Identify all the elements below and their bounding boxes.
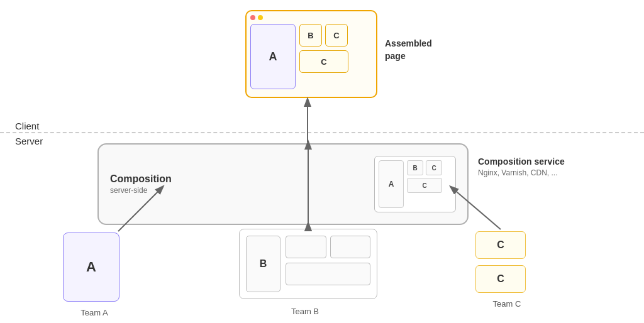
team-c-box-2: C bbox=[475, 265, 526, 293]
assembled-page-box: A B C C bbox=[245, 10, 377, 98]
assembled-box-c1: C bbox=[325, 24, 348, 47]
diagram-container: Client Server A B C C Assembled page Com… bbox=[0, 0, 644, 323]
composition-mini-preview: A B C C bbox=[374, 156, 456, 212]
assembled-inner: A B C C bbox=[250, 24, 372, 89]
assembled-right: B C C bbox=[299, 24, 372, 89]
comp-tiny-c1: C bbox=[426, 160, 442, 175]
team-b-right bbox=[286, 236, 370, 292]
comp-mini-right: B C C bbox=[407, 160, 452, 208]
dot-red bbox=[250, 15, 255, 20]
dot-yellow bbox=[258, 15, 263, 20]
assembled-box-c2: C bbox=[299, 50, 348, 73]
window-dots bbox=[250, 15, 372, 20]
composition-subtitle: server-side bbox=[110, 186, 172, 195]
composition-text-block: Composition server-side bbox=[110, 173, 172, 195]
label-server: Server bbox=[15, 136, 43, 146]
assembled-box-b: B bbox=[299, 24, 322, 47]
divider-line bbox=[0, 132, 644, 133]
comp-mini-right-top: B C bbox=[407, 160, 452, 175]
comp-tiny-c2: C bbox=[407, 178, 442, 193]
label-client: Client bbox=[15, 121, 39, 131]
team-b-wide-box bbox=[286, 263, 370, 285]
team-b-letter: B bbox=[246, 236, 280, 292]
team-a-box: A bbox=[63, 233, 119, 302]
comp-mini-a: A bbox=[379, 160, 404, 208]
team-b-small-box-2 bbox=[330, 236, 371, 258]
label-composition-service-sub: Nginx, Varnish, CDN, ... bbox=[478, 168, 557, 177]
assembled-box-a: A bbox=[250, 24, 296, 89]
composition-title: Composition bbox=[110, 173, 172, 185]
label-team-b: Team B bbox=[286, 307, 324, 316]
label-assembled-page: Assembled page bbox=[385, 38, 432, 62]
team-b-top-right bbox=[286, 236, 370, 258]
team-c-box-1: C bbox=[475, 231, 526, 259]
assembled-right-top: B C bbox=[299, 24, 372, 47]
label-composition-service: Composition service bbox=[478, 156, 565, 168]
label-team-c: Team C bbox=[488, 299, 526, 309]
label-team-a: Team A bbox=[75, 308, 113, 317]
team-b-small-box-1 bbox=[286, 236, 326, 258]
team-b-box: B bbox=[239, 229, 377, 299]
comp-tiny-b: B bbox=[407, 160, 423, 175]
composition-box: Composition server-side A B C C bbox=[97, 143, 469, 225]
